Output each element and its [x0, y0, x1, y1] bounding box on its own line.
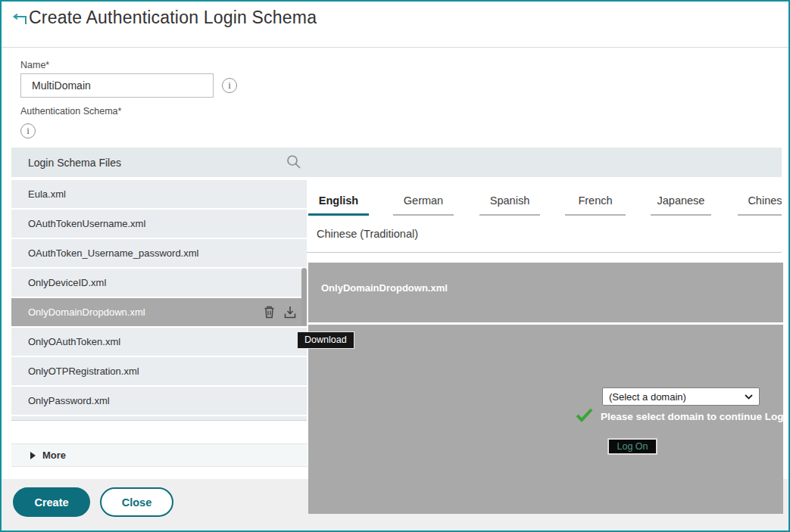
file-name: OnlyPassword.xml	[28, 395, 110, 406]
tab-label: Spanish	[490, 194, 529, 207]
back-button[interactable]	[10, 14, 28, 26]
file-row[interactable]: OnlyOTPRegistration.xml	[11, 357, 307, 387]
logon-button[interactable]: Log On	[607, 438, 657, 455]
tab-label: Chinese	[748, 194, 782, 207]
file-name: OAuthToken_Username_password.xml	[28, 247, 198, 259]
file-list-scrollbar[interactable]	[301, 268, 307, 325]
file-name: OnlyDeviceID.xml	[28, 277, 106, 288]
download-icon[interactable]	[284, 306, 296, 319]
tab-chinese[interactable]: Chinese	[736, 185, 782, 216]
login-schema-file-list: Eula.xml OAuthTokenUsername.xml OAuthTok…	[11, 180, 307, 421]
schema-preview: OnlyDomainDropdown.xml (Select a domain)…	[308, 263, 783, 514]
close-button[interactable]: Close	[100, 487, 173, 517]
file-name: OnlyOTPRegistration.xml	[28, 366, 139, 377]
tab-label: English	[319, 194, 358, 207]
language-tabs: English German Spanish French Japanese C…	[307, 185, 782, 253]
create-login-schema-page: Create Authentication Login Schema Name*…	[0, 0, 790, 532]
create-button[interactable]: Create	[13, 487, 90, 517]
file-row[interactable]: OAuthTokenUsername.xml	[11, 210, 307, 239]
row-action-icons	[264, 298, 296, 326]
file-row[interactable]: OnlyPassword.xml	[11, 387, 307, 416]
check-icon	[576, 408, 594, 425]
delete-icon[interactable]	[264, 306, 275, 319]
expand-triangle-icon	[30, 452, 36, 459]
name-label: Name*	[20, 60, 49, 70]
file-row[interactable]: OnlyOAuthToken.xml	[11, 328, 307, 357]
preview-schema-title: OnlyDomainDropdown.xml	[321, 282, 448, 294]
tab-chinese-traditional[interactable]: Chinese (Traditional)	[317, 228, 418, 240]
title-divider	[2, 47, 788, 48]
file-row-selected[interactable]: OnlyDomainDropdown.xml	[11, 298, 307, 328]
tab-english[interactable]: English	[307, 185, 370, 216]
file-name: OnlyDomainDropdown.xml	[28, 306, 145, 318]
file-row[interactable]: OAuthToken_Username_password.xml	[11, 239, 307, 269]
tab-label: Japanese	[657, 194, 705, 207]
file-row[interactable]: Eula.xml	[11, 180, 307, 210]
back-arrow-icon	[10, 14, 28, 26]
domain-dropdown-value: (Select a domain)	[609, 391, 686, 403]
file-name: Eula.xml	[28, 188, 66, 200]
more-expander[interactable]: More	[11, 443, 308, 467]
domain-hint-text: Please select domain to continue Login .	[601, 411, 783, 422]
name-info-icon[interactable]: i	[222, 78, 237, 93]
login-schema-files-title: Login Schema Files	[11, 157, 121, 169]
file-name: OnlyOAuthToken.xml	[28, 336, 120, 347]
search-icon[interactable]	[286, 154, 301, 170]
tab-label: German	[404, 194, 443, 207]
name-input[interactable]	[20, 73, 214, 98]
domain-dropdown[interactable]: (Select a domain)	[602, 387, 760, 406]
download-tooltip: Download	[297, 331, 354, 349]
schema-label: Authentication Schema*	[20, 106, 121, 117]
more-label: More	[42, 450, 66, 461]
tab-french[interactable]: French	[564, 185, 627, 216]
file-row[interactable]: OnlyDeviceID.xml	[11, 269, 307, 298]
schema-info-icon[interactable]: i	[20, 123, 36, 138]
preview-separator	[308, 322, 783, 325]
tab-german[interactable]: German	[392, 185, 455, 216]
file-name: OAuthTokenUsername.xml	[28, 218, 145, 229]
tab-japanese[interactable]: Japanese	[649, 185, 713, 216]
tab-label: French	[578, 194, 612, 207]
page-title: Create Authentication Login Schema	[29, 8, 317, 28]
tab-spanish[interactable]: Spanish	[478, 185, 542, 216]
login-schema-files-header: Login Schema Files	[11, 148, 782, 177]
chevron-down-icon	[745, 394, 753, 400]
